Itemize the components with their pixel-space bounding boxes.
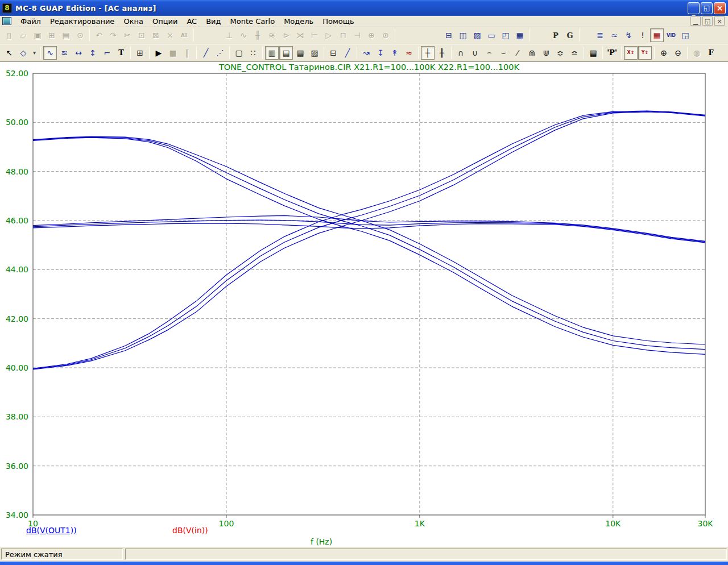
- local-max-button[interactable]: ⌢: [482, 46, 496, 60]
- run-probe-button[interactable]: ↯: [622, 28, 635, 42]
- component-resistor-button[interactable]: ∿: [237, 28, 250, 42]
- waveform-options-button[interactable]: ≈: [607, 28, 621, 42]
- stop-button[interactable]: ■: [166, 46, 180, 60]
- menu-item-edit[interactable]: Редактирование: [46, 16, 119, 26]
- curve-treble-boost-1[interactable]: [33, 111, 705, 368]
- cursor-bottom-button[interactable]: ↧: [374, 46, 387, 60]
- menu-item-options[interactable]: Опции: [148, 16, 182, 26]
- waveform-measure-button[interactable]: ≋: [57, 46, 71, 60]
- grid-vertical-button[interactable]: ▥: [265, 46, 279, 60]
- breakpoint-button[interactable]: !: [636, 28, 650, 42]
- line-tool-button[interactable]: ╱: [199, 46, 213, 60]
- zoom-out-button[interactable]: ⊖: [671, 46, 685, 60]
- peak-button[interactable]: ∩: [454, 46, 468, 60]
- grid-dotted-button[interactable]: ▦: [293, 46, 307, 60]
- legend-out1[interactable]: dB(V(OUT1)): [26, 526, 77, 535]
- pause-button[interactable]: ‖: [180, 46, 194, 60]
- variables-display-button[interactable]: VID: [664, 28, 678, 42]
- curve-bass-boost-3[interactable]: [33, 138, 705, 354]
- cut-button[interactable]: ✂: [121, 28, 134, 42]
- mdi-restore-button[interactable]: ◱: [702, 16, 713, 26]
- tile-horizontal-button[interactable]: ⊟: [442, 28, 456, 42]
- restore-button[interactable]: ◱: [701, 2, 713, 14]
- legend-vin[interactable]: dB(V(in)): [172, 526, 208, 535]
- component-current-source-button[interactable]: ⊕: [365, 28, 378, 42]
- cascade-windows-button[interactable]: ▨: [470, 28, 484, 42]
- print-button[interactable]: ▤: [59, 28, 73, 42]
- x-scale-button[interactable]: X⇕: [624, 46, 638, 60]
- delete-button[interactable]: ×: [163, 28, 177, 42]
- component-transistor-button[interactable]: ⋊: [293, 28, 307, 42]
- plot-area[interactable]: 101001K10K30K34.0036.0038.0040.0042.0044…: [0, 61, 728, 547]
- new-file-button[interactable]: ▯: [2, 28, 16, 42]
- menu-item-help[interactable]: Помощь: [318, 16, 358, 26]
- copy-button[interactable]: ⊡: [135, 28, 148, 42]
- envelope-top-button[interactable]: ⋒: [525, 46, 539, 60]
- p-mode-button[interactable]: P: [549, 28, 562, 42]
- split-window-button[interactable]: ◰: [499, 28, 512, 42]
- y-scale-button[interactable]: Y⇕: [638, 46, 652, 60]
- global-high-button[interactable]: ≎: [553, 46, 567, 60]
- mdi-minimize-button[interactable]: ▁: [690, 16, 701, 26]
- open-file-button[interactable]: ▱: [16, 28, 30, 42]
- help-globe-button[interactable]: ◍: [690, 46, 704, 60]
- valley-button[interactable]: ∪: [468, 46, 482, 60]
- cursor-next-button[interactable]: ↝: [359, 46, 373, 60]
- run-button[interactable]: ▶: [152, 46, 166, 60]
- select-all-button[interactable]: All: [177, 28, 191, 42]
- curve-treble-boost-2[interactable]: [33, 111, 705, 369]
- menu-item-windows[interactable]: Окна: [119, 16, 148, 26]
- menu-item-model[interactable]: Модель: [279, 16, 318, 26]
- save-all-button[interactable]: ⊞: [45, 28, 59, 42]
- document-icon[interactable]: [2, 17, 11, 25]
- select-arrow-button[interactable]: ↖: [2, 46, 16, 60]
- curve-treble-boost-3[interactable]: [33, 112, 705, 369]
- shape-tools-button[interactable]: ◇: [16, 46, 30, 60]
- component-opamp-button[interactable]: ▷: [322, 28, 336, 42]
- tile-vertical-button[interactable]: ◫: [456, 28, 470, 42]
- data-points-all-button[interactable]: ╂: [435, 46, 449, 60]
- grid-dotted-vertical-button[interactable]: ▨: [308, 46, 321, 60]
- power-label-button[interactable]: 'P': [605, 46, 619, 60]
- cursor-mode-button[interactable]: ∿: [43, 46, 57, 60]
- tangent-tool-button[interactable]: ╱: [341, 46, 354, 60]
- slope-button[interactable]: ⁄: [511, 46, 524, 60]
- text-tool-button[interactable]: T: [114, 46, 128, 60]
- component-battery-button[interactable]: ⊣: [350, 28, 364, 42]
- paste-button[interactable]: ⊠: [149, 28, 163, 42]
- print-preview-button[interactable]: ⊙: [73, 28, 87, 42]
- grid-horizontal-button[interactable]: ▤: [279, 46, 293, 60]
- g-mode-button[interactable]: G: [563, 28, 577, 42]
- properties-button[interactable]: ⊞: [133, 46, 147, 60]
- data-points-button[interactable]: ┼: [421, 46, 435, 60]
- calculator-button[interactable]: ▦: [513, 28, 527, 42]
- title-bar[interactable]: 8 MC-8 GUAP Edition - [AC анализ] _ ◱ ×: [0, 0, 728, 16]
- plot-window-button[interactable]: ▦: [650, 28, 664, 42]
- polyline-tool-button[interactable]: ⋰: [213, 46, 227, 60]
- measure-horizontal-button[interactable]: ↔: [72, 46, 85, 60]
- component-capacitor-button[interactable]: ╫: [251, 28, 264, 42]
- cursor-top-button[interactable]: ↟: [388, 46, 402, 60]
- curve-bass-boost-1[interactable]: [33, 136, 705, 344]
- curve-bass-boost-2[interactable]: [33, 137, 705, 349]
- maximize-window-button[interactable]: ▭: [485, 28, 498, 42]
- split-horizontal-button[interactable]: ⊟: [326, 46, 340, 60]
- redo-button[interactable]: ↷: [106, 28, 120, 42]
- analysis-limits-button[interactable]: ≣: [593, 28, 607, 42]
- curve-flat-3[interactable]: [33, 223, 705, 243]
- grid-spacing-button[interactable]: ∷: [246, 46, 260, 60]
- shapes-dropdown-button[interactable]: ▾: [31, 46, 38, 60]
- component-pulse-source-button[interactable]: ⊓: [336, 28, 350, 42]
- formula-text-button[interactable]: F: [704, 46, 718, 60]
- menu-item-monte-carlo[interactable]: Monte Carlo: [226, 16, 280, 26]
- component-diode-button[interactable]: ⊳: [279, 28, 293, 42]
- step-tool-button[interactable]: ⌐: [100, 46, 114, 60]
- menu-item-view[interactable]: Вид: [201, 16, 225, 26]
- smooth-curve-button[interactable]: ≈: [402, 46, 416, 60]
- menu-item-ac[interactable]: AC: [182, 16, 201, 26]
- component-ground-button[interactable]: ⊥: [222, 28, 236, 42]
- close-button[interactable]: ×: [714, 2, 726, 14]
- select-region-button[interactable]: ▢: [232, 46, 246, 60]
- measure-vertical-button[interactable]: ↕: [86, 46, 100, 60]
- component-sine-source-button[interactable]: ⊛: [379, 28, 392, 42]
